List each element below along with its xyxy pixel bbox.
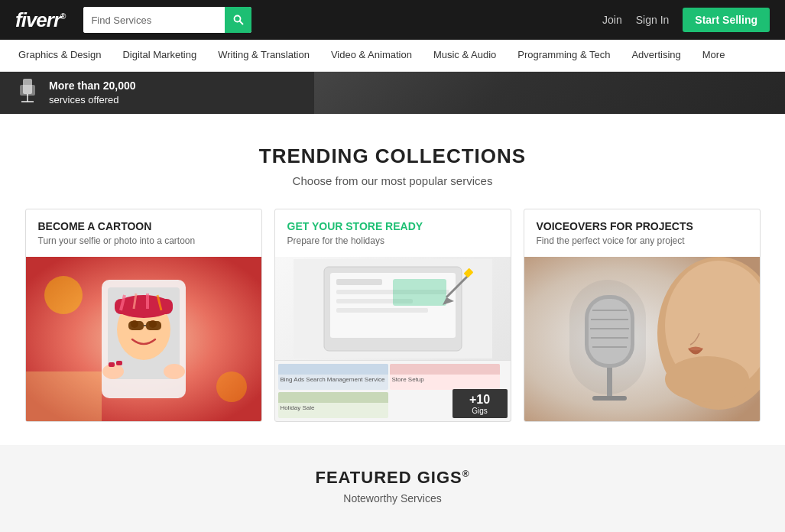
card-store-image: Bing Ads Search Management Service Store… (275, 257, 511, 421)
card-voiceover[interactable]: VOICEOVERS FOR PROJECTS Find the perfect… (524, 209, 761, 422)
svg-rect-48 (607, 368, 612, 398)
search-input[interactable] (83, 7, 225, 33)
card-cartoon-image (26, 257, 261, 421)
plus-gigs-count: +10 (469, 393, 490, 407)
hero-strip: More than 20,000 services offered (0, 72, 785, 114)
nav-item-more[interactable]: More (692, 40, 736, 72)
signin-link[interactable]: Sign In (636, 14, 670, 26)
svg-line-1 (239, 21, 243, 25)
featured-subtitle: Noteworthy Services (15, 492, 770, 504)
svg-rect-3 (20, 85, 35, 96)
nav-item-writing[interactable]: Writing & Translation (207, 40, 320, 72)
nav-item-music[interactable]: Music & Audio (423, 40, 507, 72)
card-cartoon[interactable]: BECOME A CARTOON Turn your selfie or pho… (25, 209, 262, 422)
card-cartoon-title: BECOME A CARTOON (38, 220, 249, 232)
card-store-desc: Prepare for the holidays (287, 235, 498, 246)
card-store-title: GET YOUR STORE READY (287, 220, 498, 232)
svg-rect-31 (336, 279, 382, 285)
card-cartoon-desc: Turn your selfie or photo into a cartoon (38, 235, 249, 246)
join-link[interactable]: Join (602, 14, 622, 26)
nav-item-video[interactable]: Video & Animation (320, 40, 423, 72)
trending-section: TRENDING COLLECTIONS Choose from our mos… (0, 114, 785, 445)
plus-gigs-label: Gigs (472, 407, 488, 415)
trending-title: TRENDING COLLECTIONS (15, 144, 770, 168)
featured-title: FEATURED GIGS® (15, 468, 770, 488)
nav-item-graphics[interactable]: Graphics & Design (8, 40, 112, 72)
main-nav: Graphics & Design Digital Marketing Writ… (0, 40, 785, 72)
start-selling-button[interactable]: Start Selling (683, 8, 770, 32)
hero-icon (15, 78, 40, 109)
card-voiceover-title: VOICEOVERS FOR PROJECTS (537, 220, 748, 232)
search-icon (233, 15, 244, 25)
search-button[interactable] (225, 7, 251, 33)
trending-cards-row: BECOME A CARTOON Turn your selfie or pho… (18, 209, 767, 422)
header-links: Join Sign In Start Selling (602, 8, 770, 32)
svg-point-26 (216, 371, 247, 402)
svg-point-0 (234, 16, 240, 22)
card-store[interactable]: GET YOUR STORE READY Prepare for the hol… (274, 209, 511, 422)
svg-rect-24 (116, 361, 122, 365)
card-voiceover-image (524, 257, 760, 421)
nav-item-digital-marketing[interactable]: Digital Marketing (112, 40, 207, 72)
svg-point-52 (665, 356, 749, 402)
card-voiceover-desc: Find the perfect voice for any project (537, 235, 748, 246)
featured-section: FEATURED GIGS® Noteworthy Services (0, 445, 785, 520)
trending-subtitle: Choose from our most popular services (15, 174, 770, 187)
logo[interactable]: fiverr® (15, 8, 65, 32)
svg-rect-23 (109, 362, 115, 367)
hero-text: More than 20,000 services offered (49, 79, 136, 108)
svg-point-22 (164, 364, 185, 379)
nav-item-advertising[interactable]: Advertising (621, 40, 691, 72)
svg-rect-27 (26, 371, 102, 421)
nav-item-programming[interactable]: Programming & Tech (507, 40, 621, 72)
svg-rect-42 (589, 299, 631, 364)
svg-point-25 (44, 276, 83, 314)
svg-rect-49 (592, 396, 627, 401)
header: fiverr® Join Sign In Start Selling (0, 0, 785, 40)
svg-rect-35 (393, 279, 446, 306)
svg-rect-18 (128, 321, 144, 330)
svg-rect-19 (146, 321, 161, 330)
svg-rect-34 (336, 308, 428, 313)
search-bar (83, 7, 251, 33)
